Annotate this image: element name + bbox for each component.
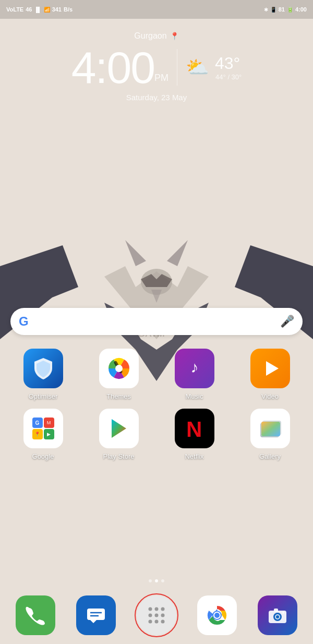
google-grid-icons: G M 📍 ▶ bbox=[29, 414, 57, 443]
google-m-cell: M bbox=[44, 418, 54, 428]
app-item-music[interactable]: ♪ Music bbox=[166, 349, 223, 400]
svg-rect-14 bbox=[261, 422, 280, 436]
wifi-icon: 📶 bbox=[44, 7, 50, 13]
dock-messages[interactable] bbox=[76, 595, 116, 635]
themes-paint-svg bbox=[105, 355, 133, 382]
status-bar: VoLTE 46 ▐▌ 📶 341 B/s ✱ 📳 81 🔋 4:00 bbox=[0, 0, 313, 19]
battery-icon: 🔋 bbox=[287, 7, 293, 13]
clock-widget: Gurgaon 📍 4:00 PM ⛅ 43° 44° / 30° Saturd… bbox=[0, 31, 313, 102]
google-g-icon: G bbox=[19, 314, 29, 329]
mic-icon[interactable]: 🎤 bbox=[280, 315, 294, 328]
svg-point-27 bbox=[161, 620, 165, 624]
svg-point-21 bbox=[161, 607, 165, 611]
dock-camera[interactable] bbox=[258, 595, 297, 635]
app-item-optimiser[interactable]: Optimiser bbox=[15, 349, 72, 400]
google-g-cell: G bbox=[32, 418, 43, 428]
app-icon-themes bbox=[99, 349, 139, 388]
page-indicator bbox=[0, 579, 313, 582]
playstore-svg bbox=[106, 416, 131, 441]
svg-marker-7 bbox=[266, 361, 279, 376]
clock-status: 4:00 bbox=[295, 6, 307, 13]
svg-rect-36 bbox=[274, 609, 278, 612]
bluetooth-icon: ✱ bbox=[264, 7, 268, 13]
app-item-netflix[interactable]: N Netflix bbox=[166, 409, 223, 460]
svg-text:N: N bbox=[186, 417, 202, 440]
app-drawer-icon bbox=[145, 604, 168, 627]
optimiser-shield-svg bbox=[31, 356, 55, 380]
svg-text:♪: ♪ bbox=[190, 359, 198, 376]
app-label-video: Video bbox=[261, 392, 279, 400]
messages-icon bbox=[85, 604, 107, 626]
app-item-themes[interactable]: Themes bbox=[90, 349, 148, 400]
location-pin-icon: 📍 bbox=[170, 32, 179, 40]
signal-text: 46 bbox=[26, 6, 32, 13]
svg-point-26 bbox=[155, 620, 159, 624]
ampm-text: PM bbox=[154, 73, 168, 84]
google-yt-cell: ▶ bbox=[44, 429, 54, 439]
video-play-svg bbox=[259, 357, 282, 380]
dock-chrome[interactable] bbox=[197, 595, 237, 635]
page-dot-2 bbox=[155, 579, 158, 582]
app-item-playstore[interactable]: Play Store bbox=[90, 409, 148, 460]
app-icon-gallery bbox=[250, 409, 290, 448]
location-text: Gurgaon bbox=[134, 31, 166, 41]
dock bbox=[0, 587, 313, 644]
svg-marker-16 bbox=[90, 620, 97, 623]
svg-point-25 bbox=[149, 620, 152, 624]
big-clock: 4:00 bbox=[71, 45, 154, 90]
status-right: ✱ 📳 81 🔋 4:00 bbox=[264, 6, 307, 13]
app-icon-google: G M 📍 ▶ bbox=[23, 409, 63, 448]
app-item-google[interactable]: G M 📍 ▶ Google bbox=[15, 409, 72, 460]
dock-phone[interactable] bbox=[16, 595, 55, 635]
temp-main: 43° bbox=[215, 54, 240, 73]
carrier-text: VoLTE bbox=[6, 6, 23, 13]
app-label-optimiser: Optimiser bbox=[29, 392, 58, 400]
speed-text: 341 bbox=[52, 6, 62, 13]
svg-point-37 bbox=[282, 612, 284, 614]
date-text: Saturday, 23 May bbox=[0, 93, 313, 102]
phone-icon bbox=[25, 605, 46, 626]
vibrate-icon: 📳 bbox=[270, 7, 276, 13]
gallery-svg bbox=[257, 415, 283, 442]
svg-point-22 bbox=[149, 614, 152, 617]
svg-rect-15 bbox=[87, 609, 105, 620]
netflix-n-svg: N bbox=[183, 417, 206, 440]
weather-icon: ⛅ bbox=[186, 56, 209, 78]
weather-top: ⛅ 43° 44° / 30° bbox=[186, 54, 242, 81]
svg-point-23 bbox=[155, 614, 159, 617]
app-item-gallery[interactable]: Gallery bbox=[242, 409, 299, 460]
app-label-netflix: Netflix bbox=[185, 452, 203, 460]
app-label-playstore: Play Store bbox=[103, 452, 135, 460]
svg-point-31 bbox=[214, 613, 220, 618]
temp-range: 44° / 30° bbox=[215, 73, 242, 81]
chrome-icon bbox=[206, 604, 228, 627]
music-note-svg: ♪ bbox=[183, 357, 206, 380]
google-maps-cell: 📍 bbox=[32, 429, 43, 439]
app-item-video[interactable]: Video bbox=[242, 349, 299, 400]
google-search-bar[interactable]: G 🎤 bbox=[10, 308, 303, 335]
svg-point-4 bbox=[115, 365, 123, 372]
time-weather-divider bbox=[177, 49, 177, 86]
app-icon-optimiser bbox=[23, 349, 63, 388]
speed-unit: B/s bbox=[64, 6, 73, 13]
app-row-2: G M 📍 ▶ Google bbox=[5, 409, 308, 460]
app-icon-playstore bbox=[99, 409, 139, 448]
app-grid: Optimiser Them bbox=[0, 349, 313, 469]
camera-icon bbox=[267, 604, 288, 626]
weather-box: ⛅ 43° 44° / 30° bbox=[186, 54, 242, 81]
app-label-google: Google bbox=[32, 452, 54, 460]
app-icon-music: ♪ bbox=[175, 349, 214, 388]
temp-group: 43° 44° / 30° bbox=[213, 54, 242, 81]
location-row: Gurgaon 📍 bbox=[0, 31, 313, 41]
battery-text: 81 bbox=[279, 6, 285, 13]
time-group: 4:00 PM bbox=[71, 45, 168, 90]
dock-app-drawer[interactable] bbox=[137, 595, 176, 635]
page-dot-1 bbox=[149, 579, 152, 582]
app-label-music: Music bbox=[186, 392, 203, 400]
svg-point-19 bbox=[149, 607, 152, 611]
svg-marker-8 bbox=[112, 419, 126, 438]
signal-bars-icon: ▐▌ bbox=[34, 7, 41, 13]
app-label-gallery: Gallery bbox=[259, 452, 281, 460]
app-label-themes: Themes bbox=[106, 392, 131, 400]
page-dot-3 bbox=[161, 579, 164, 582]
